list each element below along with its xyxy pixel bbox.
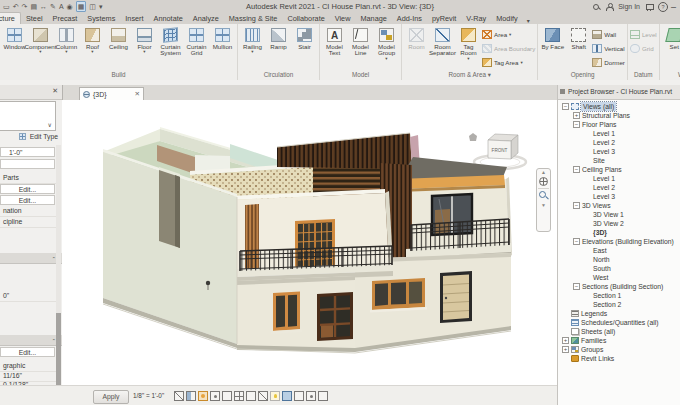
minimize-button[interactable]: – [671,2,676,12]
collapse-icon[interactable]: − [573,121,580,128]
tree-item-views-all-[interactable]: −Views (all) [558,102,680,111]
tree-item-elevations-building-elevation-[interactable]: −Elevations (Building Elevation) [558,237,680,246]
tree-item-section-1[interactable]: Section 1 [558,291,680,300]
dropdown-arrow-icon[interactable]: ▾ [91,50,93,54]
tree-item--3d-[interactable]: {3D} [558,228,680,237]
tree-item-ceiling-plans[interactable]: −Ceiling Plans [558,165,680,174]
tree-item-3d-views[interactable]: −3D Views [558,201,680,210]
ribbon-tab-collaborate[interactable]: Collaborate [282,13,329,24]
tree-item-revit-links[interactable]: Revit Links [558,354,680,363]
sun-path-icon[interactable] [198,391,208,401]
project-browser-title[interactable]: Project Browser - CI House Plan.rvt [558,85,680,100]
section-icon[interactable]: ◫ [89,2,96,11]
tree-item-sheets-all-[interactable]: Sheets (all) [558,327,680,336]
dropdown-arrow-icon[interactable]: ▾ [39,50,41,54]
view-properties-icon[interactable] [294,391,304,401]
tree-item-schedules-quantities-all-[interactable]: Schedules/Quantities (all) [558,318,680,327]
measure-icon[interactable]: ↔ [40,2,47,11]
panel-grip-icon[interactable] [560,89,565,94]
tag-room-button[interactable]: Tag Room▾ [456,26,481,61]
tree-item-level-3[interactable]: Level 3 [558,192,680,201]
type-selector[interactable]: ∨ [0,101,56,131]
tree-item-structural-plans[interactable]: +Structural Plans [558,111,680,120]
aligned-dimension-icon[interactable]: A [59,2,64,11]
model-line-button[interactable]: Model Line [348,26,373,57]
rendering-icon[interactable] [222,391,232,401]
tree-item-level-1[interactable]: Level 1 [558,174,680,183]
text-icon[interactable]: ◉ [67,2,73,11]
expand-icon[interactable]: + [562,346,569,353]
tree-item-level-2[interactable]: Level 2 [558,183,680,192]
tree-item-floor-plans[interactable]: −Floor Plans [558,120,680,129]
pencil-icon[interactable]: ✎ [50,2,56,11]
dropdown-arrow-icon[interactable]: ▾ [251,50,253,54]
collapse-icon[interactable]: − [573,238,580,245]
modify-arrow-icon[interactable]: ▭ [3,2,10,11]
shaft-button[interactable]: Shaft [566,26,591,50]
redo-icon[interactable]: ↷ [22,2,28,11]
property-value[interactable] [0,159,55,169]
dormer-button[interactable]: Dormer [592,56,625,69]
tree-item-3d-view-1[interactable]: 3D View 1 [558,210,680,219]
crop-view-icon[interactable] [234,391,244,401]
property-value[interactable]: nation [0,206,58,217]
properties-scrollbar[interactable] [56,145,61,383]
wall-button[interactable]: Wall [592,28,625,41]
chevron-down-icon[interactable]: ▼ [537,202,550,208]
tree-item-sections-building-section-[interactable]: −Sections (Building Section) [558,282,680,291]
tree-item-section-2[interactable]: Section 2 [558,300,680,309]
ribbon-tab-insert[interactable]: Insert [120,13,148,24]
dropdown-arrow-icon[interactable]: ▾ [385,57,387,61]
tree-item-east[interactable]: East [558,246,680,255]
edit-type-button[interactable]: Edit Type [19,133,58,140]
ribbon-tab-massing-site[interactable]: Massing & Site [224,13,283,24]
zoom-icon[interactable] [539,191,548,200]
collapse-icon[interactable]: − [562,103,569,110]
stair-button[interactable]: Stair [292,26,317,50]
ribbon-tab-systems[interactable]: Systems [82,13,120,24]
steering-wheel-icon[interactable] [539,177,548,186]
property-value[interactable]: Parts [0,173,58,184]
tree-item-groups[interactable]: +Groups [558,345,680,354]
view-tab-3d[interactable]: {3D} ✕ [79,87,144,100]
property-edit-button[interactable]: Edit... [0,347,55,357]
area-button[interactable]: Area▾ [482,28,535,41]
ribbon-tab-pyrevit[interactable]: pyRevit [427,13,461,24]
close-view-tab-icon[interactable]: ✕ [135,90,140,98]
tree-item-level-1[interactable]: Level 1 [558,129,680,138]
house-3d-model[interactable]: FRONT [62,100,557,385]
tree-item-families[interactable]: +Families [558,336,680,345]
collapse-icon[interactable]: − [573,202,580,209]
railing-button[interactable]: Railing▾ [240,26,265,54]
by-face-button[interactable]: By Face [540,26,565,50]
chevron-up-icon[interactable]: ▲ [537,169,550,175]
navigation-bar[interactable]: ▲ ▼ [536,168,551,232]
undo-icon[interactable]: ↶ [13,2,19,11]
collapse-icon[interactable]: − [573,283,580,290]
analytical-model-icon[interactable] [306,391,316,401]
ribbon-tab-annotate[interactable]: Annotate [149,13,188,24]
shadows-icon[interactable] [210,391,220,401]
property-value[interactable]: cipline [0,217,58,228]
ribbon-tab-modify[interactable]: Modify [491,13,523,24]
reveal-hidden-icon[interactable] [270,391,280,401]
dropdown-arrow-icon[interactable]: ▾ [467,57,469,61]
worksharing-icon[interactable] [282,391,292,401]
property-edit-button[interactable]: Edit... [0,184,55,194]
ceiling-button[interactable]: Ceiling [106,26,131,50]
print-icon[interactable]: ▤ [30,2,37,11]
close-properties-icon[interactable]: ✕ [52,87,58,95]
panel-label[interactable]: Room & Area ▾ [402,70,537,80]
ramp-button[interactable]: Ramp [266,26,291,50]
tree-item-level-3[interactable]: Level 3 [558,147,680,156]
drawing-area[interactable]: FRONT ▲ ▼ [62,100,557,385]
tree-item-legends[interactable]: Legends [558,309,680,318]
ribbon-tab-steel[interactable]: Steel [21,13,48,24]
user-icon[interactable] [605,3,613,11]
ribbon-display-toggle-icon[interactable]: ▾ [527,17,530,24]
ribbon-tab-manage[interactable]: Manage [355,13,391,24]
collapse-icon[interactable]: − [573,166,580,173]
expand-icon[interactable]: + [562,337,569,344]
curtain-grid-button[interactable]: Curtain Grid [184,26,209,57]
constraints-icon[interactable] [318,391,328,401]
